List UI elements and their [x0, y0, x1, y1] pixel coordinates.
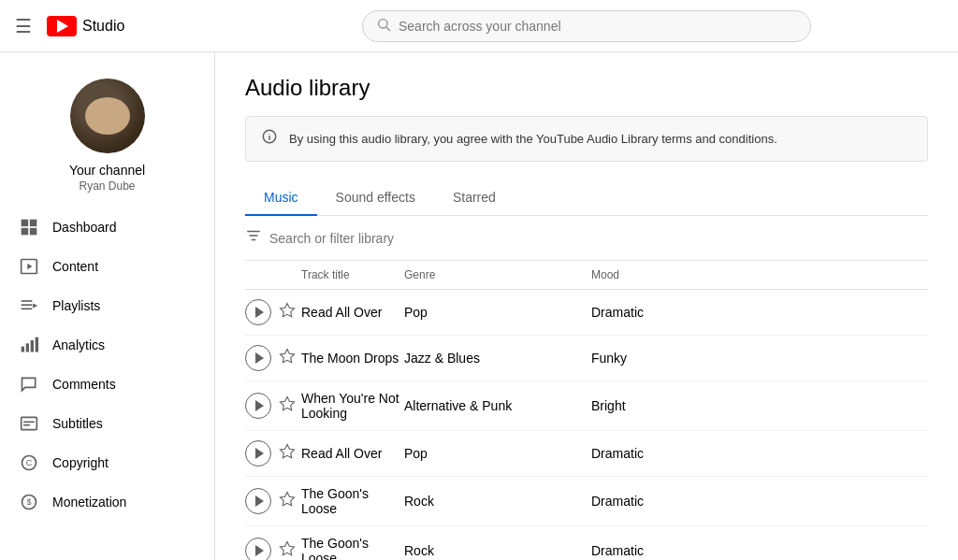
- svg-marker-11: [33, 304, 37, 309]
- track-title-5: The Goon's Loose: [301, 536, 404, 560]
- comments-icon: [19, 374, 39, 395]
- svg-marker-31: [281, 396, 295, 409]
- monetization-label: Monetization: [52, 495, 126, 510]
- track-mood-3: Dramatic: [591, 446, 760, 461]
- svg-marker-33: [281, 492, 295, 505]
- play-button-1[interactable]: [245, 345, 271, 371]
- search-input[interactable]: [399, 19, 797, 34]
- search-bar: [230, 10, 943, 42]
- col-genre: Genre: [404, 268, 591, 281]
- header: ☰ Studio: [0, 0, 958, 52]
- track-mood-2: Bright: [591, 398, 760, 413]
- comments-label: Comments: [52, 377, 116, 392]
- svg-text:C: C: [26, 458, 33, 467]
- subtitles-label: Subtitles: [52, 416, 103, 431]
- row-actions-2: [245, 393, 301, 419]
- tab-bar: Music Sound effects Starred: [245, 180, 928, 216]
- filter-input[interactable]: [269, 231, 928, 246]
- avatar-image: [70, 79, 145, 153]
- content-area: Audio library By using this audio librar…: [215, 52, 958, 560]
- play-icon-3: [255, 448, 264, 459]
- page-title: Audio library: [245, 75, 928, 101]
- col-mood: Mood: [591, 268, 760, 281]
- row-actions-4: [245, 488, 301, 514]
- table-body: Read All Over Pop Dramatic The Moon Drop…: [245, 290, 928, 560]
- row-actions-0: [245, 299, 301, 325]
- svg-rect-16: [22, 417, 37, 429]
- row-actions-5: [245, 538, 301, 560]
- star-button-4[interactable]: [279, 491, 296, 512]
- svg-marker-30: [281, 349, 295, 362]
- track-title-2: When You're Not Looking: [301, 391, 404, 421]
- track-genre-2: Alternative & Punk: [404, 398, 591, 413]
- filter-icon: [245, 227, 262, 249]
- play-button-0[interactable]: [245, 299, 271, 325]
- table-row: The Goon's Loose Rock Dramatic: [245, 477, 928, 526]
- info-text: By using this audio library, you agree w…: [289, 132, 777, 146]
- svg-rect-5: [30, 228, 37, 236]
- tab-starred[interactable]: Starred: [434, 180, 515, 216]
- star-button-2[interactable]: [279, 395, 296, 417]
- yt-play-icon: [57, 20, 68, 33]
- svg-rect-4: [22, 228, 29, 236]
- play-button-5[interactable]: [245, 538, 271, 560]
- info-banner: By using this audio library, you agree w…: [245, 116, 928, 162]
- channel-sub: Ryan Dube: [79, 179, 135, 193]
- star-button-5[interactable]: [279, 540, 296, 561]
- play-icon-5: [255, 545, 264, 556]
- sidebar-item-copyright[interactable]: C Copyright: [0, 443, 214, 482]
- tab-sound-effects[interactable]: Sound effects: [317, 180, 434, 216]
- table-row: The Goon's Loose Rock Dramatic: [245, 526, 928, 560]
- star-button-0[interactable]: [279, 302, 296, 323]
- svg-text:$: $: [27, 497, 32, 507]
- playlists-icon: [19, 295, 39, 316]
- play-icon-2: [255, 400, 264, 411]
- table-header: Track title Genre Mood: [245, 261, 928, 290]
- svg-marker-7: [27, 264, 32, 270]
- svg-rect-15: [36, 337, 38, 352]
- play-button-3[interactable]: [245, 440, 271, 467]
- row-actions-3: [245, 440, 301, 467]
- svg-rect-8: [22, 300, 33, 302]
- play-icon-0: [255, 307, 264, 318]
- youtube-logo-icon: [47, 16, 77, 36]
- studio-label: Studio: [82, 18, 124, 35]
- play-button-4[interactable]: [245, 488, 271, 514]
- dashboard-icon: [19, 217, 39, 237]
- sidebar-item-dashboard[interactable]: Dashboard: [0, 208, 214, 247]
- copyright-icon: C: [19, 452, 39, 473]
- sidebar-item-monetization[interactable]: $ Monetization: [0, 482, 214, 522]
- tab-music[interactable]: Music: [245, 180, 317, 216]
- sidebar-item-content[interactable]: Content: [0, 247, 214, 286]
- avatar: [70, 79, 145, 153]
- svg-line-1: [386, 27, 390, 31]
- star-button-3[interactable]: [279, 443, 296, 465]
- play-button-2[interactable]: [245, 393, 271, 419]
- track-genre-4: Rock: [404, 494, 591, 509]
- track-mood-0: Dramatic: [591, 305, 760, 320]
- dashboard-label: Dashboard: [52, 220, 117, 235]
- search-wrapper[interactable]: [362, 10, 811, 42]
- svg-rect-3: [30, 220, 37, 227]
- analytics-label: Analytics: [52, 337, 105, 352]
- info-icon: [261, 128, 278, 150]
- table-row: When You're Not Looking Alternative & Pu…: [245, 381, 928, 431]
- svg-marker-29: [281, 303, 295, 316]
- play-icon-4: [255, 495, 264, 507]
- svg-marker-34: [281, 541, 295, 554]
- track-genre-0: Pop: [404, 305, 591, 320]
- channel-info: Your channel Ryan Dube: [0, 60, 214, 208]
- svg-rect-9: [22, 304, 33, 306]
- sidebar-item-subtitles[interactable]: Subtitles: [0, 404, 214, 443]
- sidebar-item-comments[interactable]: Comments: [0, 365, 214, 404]
- sidebar-item-analytics[interactable]: Analytics: [0, 325, 214, 365]
- sidebar-item-playlists[interactable]: Playlists: [0, 286, 214, 325]
- svg-rect-12: [22, 347, 24, 352]
- filter-bar: [245, 216, 928, 261]
- monetization-icon: $: [19, 492, 39, 512]
- star-button-1[interactable]: [279, 348, 296, 369]
- menu-button[interactable]: ☰: [15, 15, 32, 37]
- track-mood-4: Dramatic: [591, 494, 760, 509]
- track-title-0: Read All Over: [301, 305, 404, 320]
- sidebar: Your channel Ryan Dube Dashboard Content…: [0, 52, 215, 560]
